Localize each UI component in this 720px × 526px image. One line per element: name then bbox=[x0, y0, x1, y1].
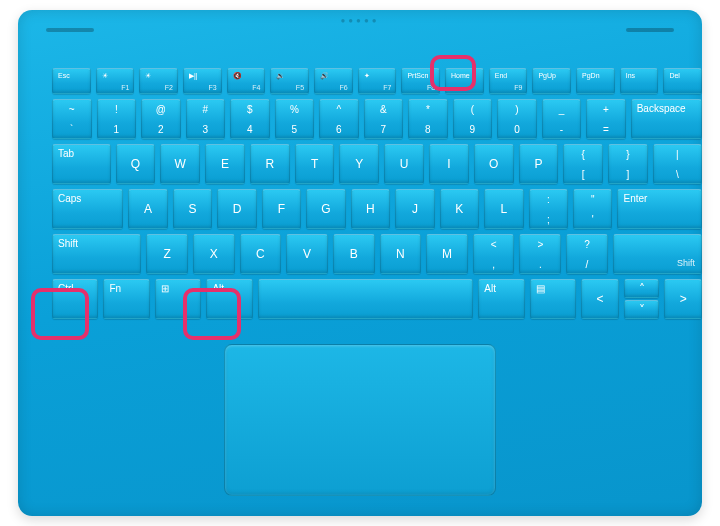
key-end[interactable]: EndF9 bbox=[489, 68, 528, 94]
key-rbracket[interactable]: }] bbox=[608, 144, 648, 184]
key-pgdn-label: PgDn bbox=[582, 72, 600, 79]
key-f5[interactable]: 🔉F5 bbox=[270, 68, 309, 94]
key-f4-sub: F4 bbox=[252, 84, 260, 91]
key-lshift[interactable]: Shift bbox=[52, 234, 141, 274]
key-z[interactable]: Z bbox=[146, 234, 188, 274]
key-home[interactable]: Home bbox=[445, 68, 484, 94]
surface-type-cover: ●●●●● Esc☀F1☀F2▶||F3🔇F4🔉F5🔊F6✦F7PrtScnF8… bbox=[18, 10, 702, 516]
key-f3[interactable]: ▶||F3 bbox=[183, 68, 222, 94]
key-prtscn-label: PrtScn bbox=[407, 72, 428, 79]
key-equals[interactable]: += bbox=[586, 99, 626, 139]
key-lbracket[interactable]: {[ bbox=[563, 144, 603, 184]
key-a[interactable]: A bbox=[128, 189, 167, 229]
key-ins[interactable]: Ins bbox=[620, 68, 659, 94]
key-up[interactable]: ˄ bbox=[624, 279, 660, 298]
key-2[interactable]: @2 bbox=[141, 99, 181, 139]
key-comma[interactable]: <, bbox=[473, 234, 515, 274]
key-u[interactable]: U bbox=[384, 144, 424, 184]
key-del[interactable]: Del bbox=[663, 68, 702, 94]
key-enter-label: Enter bbox=[623, 193, 647, 204]
key-prtscn[interactable]: PrtScnF8 bbox=[401, 68, 440, 94]
trackpad[interactable] bbox=[224, 344, 496, 496]
key-fn[interactable]: Fn bbox=[103, 279, 149, 319]
key-rshift[interactable]: Shift bbox=[613, 234, 702, 274]
key-8[interactable]: *8 bbox=[408, 99, 448, 139]
key-space[interactable] bbox=[258, 279, 473, 319]
key-down[interactable]: ˅ bbox=[624, 300, 660, 319]
key-k[interactable]: K bbox=[440, 189, 479, 229]
key-end-label: End bbox=[495, 72, 507, 79]
key-esc[interactable]: Esc bbox=[52, 68, 91, 94]
key-semicolon[interactable]: :; bbox=[529, 189, 568, 229]
key-backspace-label: Backspace bbox=[637, 103, 686, 114]
key-caps[interactable]: Caps bbox=[52, 189, 123, 229]
key-i[interactable]: I bbox=[429, 144, 469, 184]
key-quote[interactable]: "' bbox=[573, 189, 612, 229]
key-7[interactable]: &7 bbox=[364, 99, 404, 139]
key-f2-label: ☀ bbox=[145, 72, 151, 80]
key-lctrl-label: Ctrl bbox=[58, 283, 74, 294]
key-enter[interactable]: Enter bbox=[617, 189, 701, 229]
key-1[interactable]: !1 bbox=[97, 99, 137, 139]
key-pgup[interactable]: PgUp bbox=[532, 68, 571, 94]
key-pgup-label: PgUp bbox=[538, 72, 556, 79]
key-w[interactable]: W bbox=[160, 144, 200, 184]
key-f5-sub: F5 bbox=[296, 84, 304, 91]
key-pgdn[interactable]: PgDn bbox=[576, 68, 615, 94]
key-r[interactable]: R bbox=[250, 144, 290, 184]
key-h[interactable]: H bbox=[351, 189, 390, 229]
key-l[interactable]: L bbox=[484, 189, 523, 229]
key-lctrl[interactable]: Ctrl bbox=[52, 279, 98, 319]
key-menu-label: ▤ bbox=[536, 283, 545, 294]
key-f2[interactable]: ☀F2 bbox=[139, 68, 178, 94]
key-menu[interactable]: ▤ bbox=[530, 279, 576, 319]
key-9[interactable]: (9 bbox=[453, 99, 493, 139]
key-s[interactable]: S bbox=[173, 189, 212, 229]
key-left[interactable]: < bbox=[581, 279, 619, 319]
key-n[interactable]: N bbox=[380, 234, 422, 274]
key-f3-sub: F3 bbox=[209, 84, 217, 91]
key-b[interactable]: B bbox=[333, 234, 375, 274]
key-m[interactable]: M bbox=[426, 234, 468, 274]
key-o[interactable]: O bbox=[474, 144, 514, 184]
key-e[interactable]: E bbox=[205, 144, 245, 184]
key-5[interactable]: %5 bbox=[275, 99, 315, 139]
key-ralt[interactable]: Alt bbox=[478, 279, 524, 319]
key-tab-label: Tab bbox=[58, 148, 74, 159]
key-backslash[interactable]: |\ bbox=[653, 144, 702, 184]
key-4[interactable]: $4 bbox=[230, 99, 270, 139]
key-prtscn-sub: F8 bbox=[427, 84, 435, 91]
key-0[interactable]: )0 bbox=[497, 99, 537, 139]
key-f4[interactable]: 🔇F4 bbox=[227, 68, 266, 94]
key-6[interactable]: ^6 bbox=[319, 99, 359, 139]
key-minus[interactable]: _- bbox=[542, 99, 582, 139]
key-lalt-label: Alt bbox=[212, 283, 224, 294]
key-f6[interactable]: 🔊F6 bbox=[314, 68, 353, 94]
key-d[interactable]: D bbox=[217, 189, 256, 229]
key-y[interactable]: Y bbox=[339, 144, 379, 184]
key-grave[interactable]: ~` bbox=[52, 99, 92, 139]
key-period[interactable]: >. bbox=[519, 234, 561, 274]
key-q[interactable]: Q bbox=[116, 144, 156, 184]
key-f1[interactable]: ☀F1 bbox=[96, 68, 135, 94]
key-v[interactable]: V bbox=[286, 234, 328, 274]
key-c[interactable]: C bbox=[240, 234, 282, 274]
key-f7[interactable]: ✦F7 bbox=[358, 68, 397, 94]
key-right[interactable]: > bbox=[664, 279, 702, 319]
key-f1-sub: F1 bbox=[121, 84, 129, 91]
key-3[interactable]: #3 bbox=[186, 99, 226, 139]
key-slash[interactable]: ?/ bbox=[566, 234, 608, 274]
key-lalt[interactable]: Alt bbox=[206, 279, 252, 319]
key-home-label: Home bbox=[451, 72, 470, 79]
key-f[interactable]: F bbox=[262, 189, 301, 229]
key-tab[interactable]: Tab bbox=[52, 144, 111, 184]
key-ins-label: Ins bbox=[626, 72, 635, 79]
key-backspace[interactable]: Backspace bbox=[631, 99, 702, 139]
key-win[interactable]: ⊞ bbox=[155, 279, 201, 319]
key-p[interactable]: P bbox=[519, 144, 559, 184]
key-x[interactable]: X bbox=[193, 234, 235, 274]
key-g[interactable]: G bbox=[306, 189, 345, 229]
key-j[interactable]: J bbox=[395, 189, 434, 229]
key-t[interactable]: T bbox=[295, 144, 335, 184]
key-win-label: ⊞ bbox=[161, 283, 169, 294]
